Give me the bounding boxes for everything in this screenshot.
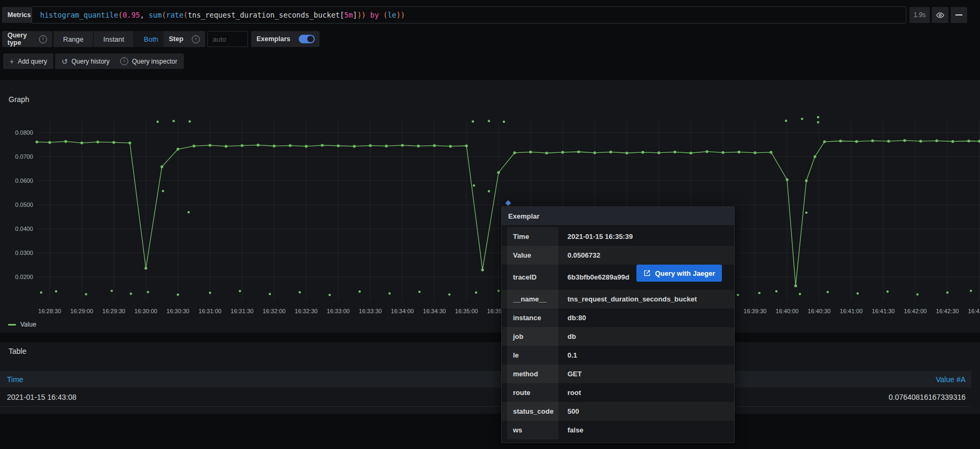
field-label: traceID xyxy=(507,265,558,290)
table-row[interactable]: 2021-01-15 16:43:080.07640816167339316 xyxy=(0,388,971,407)
query-with-jaeger-button[interactable]: Query with Jaeger xyxy=(636,265,722,282)
x-tick-label: 16:42:30 xyxy=(936,308,959,314)
query-token: sum xyxy=(149,11,161,19)
exemplar-tooltip-header: Exemplar xyxy=(502,207,734,225)
field-label: status_code xyxy=(507,402,558,421)
promql-query: histogram_quantile(0.95, sum(rate(tns_re… xyxy=(40,11,405,19)
jaeger-button-label: Query with Jaeger xyxy=(655,269,715,277)
field-value: 6b3bfb0e6289a99d xyxy=(567,265,629,290)
x-tick-label: 16:35:00 xyxy=(455,308,478,314)
x-tick-label: 16:33:30 xyxy=(359,308,382,314)
time-series-chart[interactable]: 0.08000.07000.06000.05000.04000.03000.02… xyxy=(0,80,980,332)
field-label: method xyxy=(507,365,558,383)
query-type-option-range[interactable]: Range xyxy=(53,31,93,47)
query-token: [ xyxy=(340,11,344,19)
x-tick-label: 16:32:30 xyxy=(295,308,318,314)
info-icon[interactable]: i xyxy=(39,35,47,43)
y-tick-label: 0.0200 xyxy=(15,274,33,280)
x-tick-label: 16:29:00 xyxy=(71,308,94,314)
table-column-header-time[interactable]: Time xyxy=(7,375,24,384)
graph-panel: Graph 0.08000.07000.06000.05000.04000.03… xyxy=(0,80,980,332)
y-tick-label: 0.0300 xyxy=(15,250,33,256)
exemplar-field-job: jobdb xyxy=(502,327,734,346)
exemplar-field-Value: Value0.0506732 xyxy=(502,246,734,265)
x-tick-label: 16:28:30 xyxy=(38,308,61,314)
exemplar-field-le: le0.1 xyxy=(502,346,734,365)
exemplar-field-ws: wsfalse xyxy=(502,421,734,439)
y-tick-label: 0.0700 xyxy=(15,153,33,160)
legend-swatch xyxy=(8,324,16,326)
x-tick-label: 16:40:30 xyxy=(808,308,831,314)
x-tick-label: 16:41:30 xyxy=(872,308,895,314)
table-cell-time: 2021-01-15 16:43:08 xyxy=(7,393,76,401)
query-type-segmented-control: RangeInstantBoth xyxy=(53,31,168,47)
step-input[interactable] xyxy=(207,31,248,47)
field-value: GET xyxy=(567,365,582,383)
toggle-on-icon xyxy=(299,35,315,43)
y-tick-label: 0.0600 xyxy=(15,177,33,184)
query-token: ( xyxy=(162,11,166,19)
x-tick-label: 16:34:00 xyxy=(391,308,414,314)
info-icon: i xyxy=(120,57,128,65)
hide-response-button[interactable] xyxy=(932,7,948,23)
field-value: 0.1 xyxy=(567,346,577,365)
table-panel-title[interactable]: Table xyxy=(9,347,26,355)
query-token: tns_request_duration_seconds_bucket xyxy=(188,11,339,19)
query-inspector-button[interactable]: i Query inspector xyxy=(114,53,184,69)
query-history-button[interactable]: ↺ Query history xyxy=(55,53,116,69)
x-tick-label: 16:34:30 xyxy=(423,308,446,314)
field-value: db:80 xyxy=(567,308,586,327)
query-type-label: Query type xyxy=(7,32,35,47)
step-label: Step xyxy=(169,35,183,43)
x-tick-label: 16:40:00 xyxy=(776,308,799,314)
x-tick-label: 16:32:00 xyxy=(263,308,286,314)
query-elapsed-time: 1.9s xyxy=(909,7,930,23)
query-token: by xyxy=(370,11,379,19)
eye-icon xyxy=(936,11,945,20)
table-panel: Table TimeValue #A 2021-01-15 16:43:080.… xyxy=(0,342,980,414)
add-query-button[interactable]: + Add query xyxy=(3,53,53,69)
x-tick-label: 16:29:30 xyxy=(103,308,126,314)
query-type-option-both[interactable]: Both xyxy=(134,31,168,47)
exemplar-field-name: __name__tns_request_duration_seconds_buc… xyxy=(502,290,734,308)
query-type-option-instant[interactable]: Instant xyxy=(94,31,134,47)
field-label: job xyxy=(507,327,558,346)
field-label: route xyxy=(507,383,558,402)
remove-query-button[interactable] xyxy=(951,7,967,23)
legend-item-value[interactable]: Value xyxy=(8,321,36,328)
field-value: 2021-01-15 16:35:39 xyxy=(567,227,633,246)
table-cell-value: 0.07640816167339316 xyxy=(889,393,966,401)
query-token: rate xyxy=(166,11,184,19)
field-label: instance xyxy=(507,308,558,327)
x-tick-label: 16:30:00 xyxy=(135,308,158,314)
field-value: 500 xyxy=(567,402,579,421)
exemplar-tooltip: Exemplar Time2021-01-15 16:35:39Value0.0… xyxy=(501,206,735,443)
table-column-header-value[interactable]: Value #A xyxy=(936,375,966,384)
query-history-label: Query history xyxy=(72,58,110,65)
query-input[interactable]: histogram_quantile(0.95, sum(rate(tns_re… xyxy=(32,6,906,24)
x-tick-label: 16:31:00 xyxy=(199,308,222,314)
x-tick-label: 16:30:30 xyxy=(167,308,190,314)
exemplars-chip: Exemplars xyxy=(251,31,295,47)
add-query-label: Add query xyxy=(18,58,47,65)
y-tick-label: 0.0800 xyxy=(15,129,33,136)
field-value: false xyxy=(567,421,584,439)
field-value: 0.0506732 xyxy=(567,246,600,265)
selected-exemplar-diamond[interactable] xyxy=(505,200,511,206)
exemplar-tooltip-body: Time2021-01-15 16:35:39Value0.0506732tra… xyxy=(502,225,734,443)
minus-icon xyxy=(955,14,962,16)
step-chip: Step i xyxy=(164,31,205,47)
exemplar-field-Time: Time2021-01-15 16:35:39 xyxy=(502,227,734,246)
query-token: histogram_quantile xyxy=(40,11,118,19)
query-inspector-label: Query inspector xyxy=(132,58,177,65)
field-label: Value xyxy=(507,246,558,265)
x-tick-label: 16:42:00 xyxy=(904,308,927,314)
field-value: db xyxy=(567,327,576,346)
info-icon[interactable]: i xyxy=(192,35,200,43)
query-token: )) xyxy=(357,11,365,19)
exemplar-field-method: methodGET xyxy=(502,365,734,383)
y-tick-label: 0.0500 xyxy=(15,202,33,208)
y-tick-label: 0.0400 xyxy=(15,226,33,232)
query-token: le xyxy=(387,11,396,19)
exemplars-toggle[interactable] xyxy=(294,31,320,47)
